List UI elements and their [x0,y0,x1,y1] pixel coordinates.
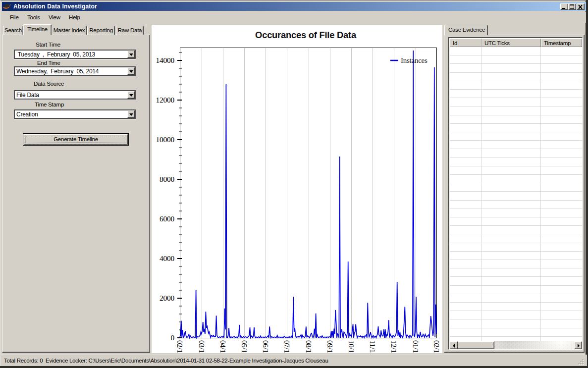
svg-text:4000: 4000 [160,254,175,263]
svg-text:11/1/2013: 11/1/2013 [369,340,376,353]
svg-text:6000: 6000 [160,214,175,223]
svg-text:04/1/2013: 04/1/2013 [219,340,227,353]
svg-text:Instances: Instances [401,56,428,64]
svg-text:Occurances of File Data: Occurances of File Data [255,30,357,40]
svg-text:05/1/2013: 05/1/2013 [240,340,248,353]
svg-text:14000: 14000 [156,56,175,64]
svg-text:03/1/2013: 03/1/2013 [198,340,206,353]
svg-text:08/1/2013: 08/1/2013 [305,340,313,353]
svg-text:8000: 8000 [160,175,175,183]
svg-text:02/1/2013: 02/1/2013 [176,340,184,353]
svg-text:10/1/2013: 10/1/2013 [347,340,355,353]
svg-text:2000: 2000 [160,294,175,302]
svg-text:06/1/2013: 06/1/2013 [262,340,269,353]
svg-text:02/1/2014: 02/1/2014 [432,340,440,353]
svg-text:09/1/2013: 09/1/2013 [326,340,334,353]
svg-text:01/1/2014: 01/1/2014 [412,340,420,353]
svg-text:07/1/2013: 07/1/2013 [283,340,291,353]
svg-text:0: 0 [171,333,175,342]
svg-text:12000: 12000 [156,96,175,104]
svg-text:10000: 10000 [156,135,175,144]
svg-text:12/1/2013: 12/1/2013 [390,340,398,353]
